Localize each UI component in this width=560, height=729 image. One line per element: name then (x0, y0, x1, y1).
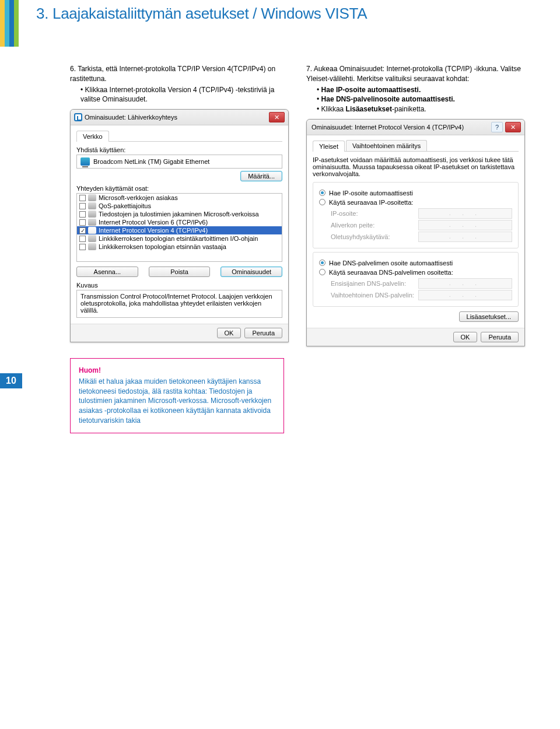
asenna-button[interactable]: Asenna... (76, 267, 138, 277)
gw-input: . . . (418, 232, 512, 242)
network-adapter-icon (80, 157, 90, 166)
list-item-label: Linkkikerroksen topologian etsinnän vast… (99, 243, 226, 250)
close-icon[interactable]: ✕ (269, 112, 285, 122)
checkbox-icon[interactable] (79, 195, 86, 201)
dialog1-ok-button[interactable]: OK (217, 328, 242, 338)
bar-cyan (5, 0, 9, 47)
dialog2-ok-button[interactable]: OK (453, 332, 478, 342)
lisaasetukset-button[interactable]: Lisäasetukset... (459, 311, 519, 322)
instr-6-num: 6. (70, 65, 76, 73)
page-number: 10 (0, 373, 22, 388)
list-item-label: Internet Protocol Version 4 (TCP/IPv4) (99, 227, 208, 234)
label-yhdista: Yhdistä käyttäen: (76, 146, 282, 153)
dialog-lan-properties: Ominaisuudet: Lähiverkkoyhteys ✕ Verkko … (70, 109, 289, 342)
window-icon (74, 113, 82, 121)
list-item-label: Internet Protocol Version 6 (TCP/IPv6) (99, 219, 208, 226)
protocol-icon (88, 211, 96, 218)
dns-fieldset: Hae DNS-palvelimen osoite automaattisest… (313, 252, 519, 307)
checkbox-icon[interactable] (79, 211, 86, 218)
color-bars (0, 0, 19, 47)
adapter-field: Broadcom NetLink (TM) Gigabit Ethernet (76, 155, 282, 169)
ominaisuudet-button[interactable]: Ominaisuudet (220, 267, 282, 277)
instr-7-bullet-2: Hae DNS-palvelinosoite automaattisesti. (317, 94, 525, 104)
checkbox-icon[interactable] (79, 236, 86, 242)
dialog-tcpip-properties: Ominaisuudet: Internet Protocol Version … (306, 119, 525, 346)
dialog1-title: Ominaisuudet: Lähiverkkoyhteys (85, 114, 269, 121)
protocol-icon (88, 219, 96, 226)
protocol-icon (88, 202, 96, 209)
protocol-icon (88, 243, 96, 250)
ip-fieldset: Hae IP-osoite automaattisesti Käytä seur… (313, 182, 519, 248)
instr-7-bullet-1: Hae IP-osoite automaattisesti. (317, 85, 525, 95)
lbl-oletus: Oletusyhdyskäytävä: (331, 233, 418, 240)
huom-title: Huom! (79, 366, 275, 376)
instruction-7: 7. Aukeaa Ominaisuudet: Internet-protoko… (306, 64, 525, 114)
instr-6-text: Tarkista, että Internet-protokolla TCP/I… (70, 65, 275, 83)
lbl-vaihto-dns: Vaihtoehtoinen DNS-palvelin: (331, 292, 418, 299)
close-icon[interactable]: ✕ (505, 122, 521, 132)
bar-yellow (0, 0, 5, 47)
checkbox-icon[interactable] (79, 219, 86, 226)
tab-verkko[interactable]: Verkko (76, 131, 109, 142)
instr-7-text: Aukeaa Ominaisuudet: Internet-protokolla… (306, 65, 521, 83)
adapter-name: Broadcom NetLink (TM) Gigabit Ethernet (93, 158, 209, 165)
poista-button[interactable]: Poista (149, 267, 211, 277)
radio-icon (319, 190, 326, 196)
instr-7-num: 7. (306, 65, 312, 73)
huom-box: Huom! Mikäli et halua jakaa muiden tieto… (70, 358, 284, 433)
section-title: 3. Laajakaistaliittymän asetukset / Wind… (36, 0, 367, 23)
radio-icon (319, 260, 326, 266)
list-item[interactable]: Internet Protocol Version 6 (TCP/IPv6) (77, 218, 282, 226)
bar-blue (9, 0, 14, 47)
tab-strip: Verkko (76, 130, 282, 142)
radio-kayta-dns[interactable]: Käytä seuraavaa DNS-palvelimen osoitetta… (319, 269, 512, 276)
dns2-input: . . . (418, 290, 512, 300)
list-item-label: Microsoft-verkkojen asiakas (99, 194, 178, 201)
left-column: 6. Tarkista, että Internet-protokolla TC… (70, 64, 289, 346)
list-item[interactable]: Linkkikerroksen topologian etsinnän vast… (77, 243, 282, 251)
radio-kayta-ip[interactable]: Käytä seuraavaa IP-osoitetta: (319, 199, 512, 206)
checkbox-icon[interactable] (79, 203, 86, 209)
label-kuvaus: Kuvaus (76, 282, 282, 289)
list-item-label: QoS-pakettiajoitus (99, 202, 151, 209)
page-header: 3. Laajakaistaliittymän asetukset / Wind… (0, 0, 560, 47)
maarita-button[interactable]: Määritä... (240, 171, 282, 181)
radio-icon (319, 199, 326, 205)
instruction-6: 6. Tarkista, että Internet-protokolla TC… (70, 64, 289, 104)
lbl-iposoite: IP-osoite: (331, 210, 418, 217)
list-item-label: Tiedostojen ja tulostimien jakaminen Mic… (99, 211, 259, 218)
tab-vaihtoehtoinen[interactable]: Vaihtoehtoinen määritys (346, 140, 427, 151)
right-column: 7. Aukeaa Ominaisuudet: Internet-protoko… (306, 64, 525, 346)
ip-input: . . . (418, 208, 512, 219)
instr-6-bullet-1: Klikkaa Internet-protokolla Version 4 (T… (80, 85, 289, 105)
radio-hae-dns[interactable]: Hae DNS-palvelimen osoite automaattisest… (319, 260, 512, 267)
checkbox-icon[interactable] (79, 244, 86, 250)
lbl-ensi-dns: Ensisijainen DNS-palvelin: (331, 280, 418, 287)
protocol-icon (88, 227, 96, 234)
protocol-icon (88, 235, 96, 242)
help-icon[interactable]: ? (491, 122, 503, 132)
checkbox-icon[interactable] (79, 227, 86, 234)
list-item[interactable]: Internet Protocol Version 4 (TCP/IPv4) (77, 226, 282, 234)
mask-input: . . . (418, 220, 512, 230)
dialog2-cancel-button[interactable]: Peruuta (481, 332, 519, 342)
dialog2-info: IP-asetukset voidaan määrittää automaatt… (313, 156, 519, 177)
instr-7-bullet-3: Klikkaa Lisäasetukset-painiketta. (317, 104, 525, 114)
list-item[interactable]: Linkkikerroksen topologian etsintäkartoi… (77, 234, 282, 243)
label-osat: Yhteyden käyttämät osat: (76, 185, 282, 192)
dialog1-cancel-button[interactable]: Peruuta (244, 328, 282, 338)
radio-hae-ip[interactable]: Hae IP-osoite automaattisesti (319, 190, 512, 197)
huom-text: Mikäli et halua jakaa muiden tietokoneen… (79, 377, 275, 426)
components-list[interactable]: Microsoft-verkkojen asiakasQoS-pakettiaj… (76, 193, 282, 262)
list-item-label: Linkkikerroksen topologian etsintäkartoi… (99, 235, 258, 242)
bar-green (14, 0, 19, 47)
list-item[interactable]: QoS-pakettiajoitus (77, 202, 282, 210)
lbl-aliverkko: Aliverkon peite: (331, 222, 418, 229)
radio-icon (319, 269, 326, 275)
protocol-icon (88, 194, 96, 201)
tab-yleiset[interactable]: Yleiset (313, 141, 345, 152)
list-item[interactable]: Microsoft-verkkojen asiakas (77, 194, 282, 202)
dialog2-title: Ominaisuudet: Internet Protocol Version … (312, 124, 491, 131)
dns1-input: . . . (418, 278, 512, 289)
list-item[interactable]: Tiedostojen ja tulostimien jakaminen Mic… (77, 210, 282, 218)
